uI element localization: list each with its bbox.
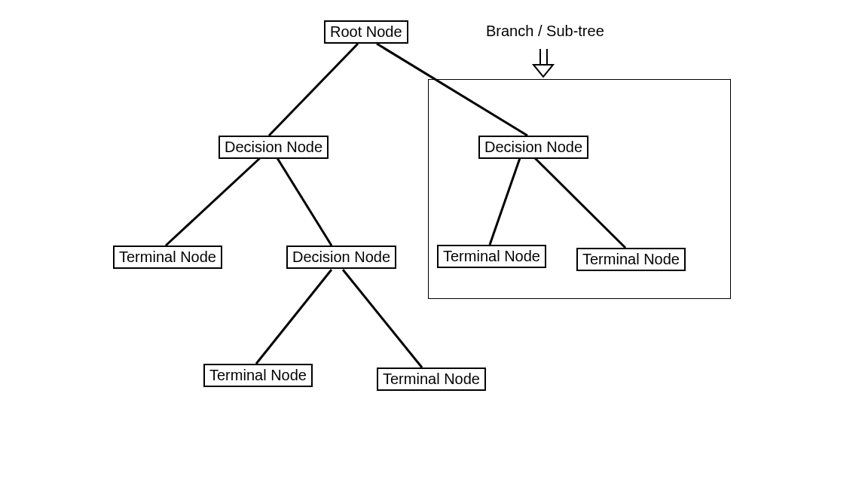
terminal-node-ll: Terminal Node bbox=[113, 246, 222, 269]
decision-node-right: Decision Node bbox=[478, 136, 588, 159]
decision-node-mid: Decision Node bbox=[286, 246, 396, 269]
svg-line-0 bbox=[269, 44, 358, 136]
decision-node-left: Decision Node bbox=[219, 136, 329, 159]
svg-line-3 bbox=[277, 158, 332, 246]
svg-marker-10 bbox=[533, 65, 553, 77]
svg-line-6 bbox=[256, 270, 332, 364]
svg-line-2 bbox=[166, 158, 260, 246]
terminal-node-mr: Terminal Node bbox=[377, 368, 486, 391]
root-node: Root Node bbox=[324, 20, 408, 44]
branch-annotation: Branch / Sub-tree bbox=[486, 23, 604, 40]
terminal-node-rl: Terminal Node bbox=[437, 245, 546, 268]
down-arrow-icon bbox=[533, 49, 553, 77]
terminal-node-ml: Terminal Node bbox=[203, 364, 313, 387]
svg-line-7 bbox=[343, 270, 422, 368]
terminal-node-rr: Terminal Node bbox=[576, 248, 686, 271]
